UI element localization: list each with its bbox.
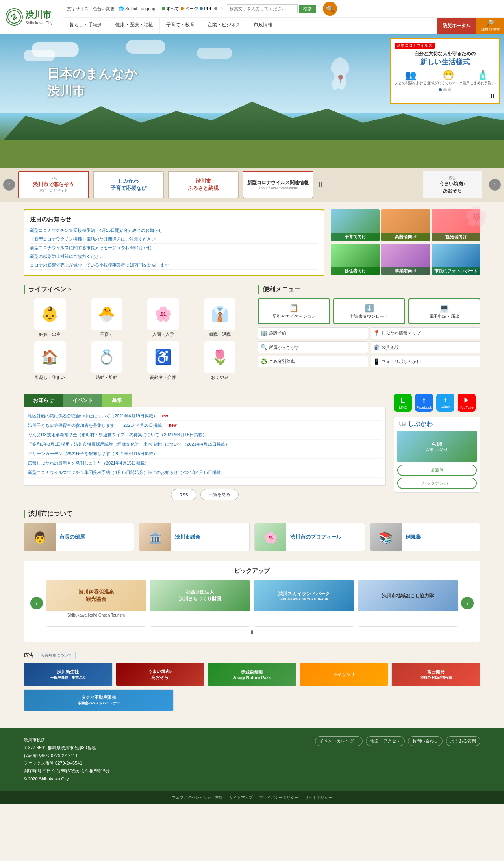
rss-button[interactable]: RSS	[171, 489, 196, 500]
tab-oshirase[interactable]: お知らせ	[24, 394, 63, 407]
carousel-item-3[interactable]: 渋川市ふるさと納税	[168, 171, 239, 198]
footer-sitemap[interactable]: サイトマップ	[229, 795, 253, 800]
footer-link-events[interactable]: イベントカレンダー	[315, 736, 363, 746]
about-council[interactable]: 🏛️ 渋川市議会	[139, 523, 250, 551]
event-childcare[interactable]: 🐣 子育て	[80, 298, 133, 337]
ad-item-3[interactable]: 赤城自然園Akagi Nature Park	[208, 663, 296, 686]
benri-info-map[interactable]: 📍 しぶかわ情報マップ	[371, 327, 481, 339]
news-link-3[interactable]: ぐんまDX技術革新補助金（市町村・県連携タイプ）の募集について（2021年4月1…	[28, 432, 207, 437]
nav-item-life[interactable]: 暮らし・手続き	[63, 18, 109, 34]
search-input[interactable]	[227, 4, 298, 13]
tab-event[interactable]: イベント	[63, 394, 102, 407]
text-size-label[interactable]: 文字サイズ・色合い変更	[67, 6, 115, 12]
category-mayor-photo[interactable]: 市長のフォトレポート	[432, 244, 480, 275]
benri-photo-report[interactable]: 📱 フォトリポしぶかわ	[371, 356, 481, 367]
footer-link-contact[interactable]: お問い合わせ	[408, 736, 443, 746]
benri-search-dept[interactable]: 🔍 所属からさがす	[258, 341, 368, 353]
pickup-right-arrow[interactable]: ›	[461, 597, 474, 609]
category-kanko[interactable]: 観光者向け	[432, 209, 480, 241]
nav-item-health[interactable]: 健康・医療・福祉	[109, 18, 160, 34]
ad-item-5[interactable]: 富士開発渋川の不動産情報館	[391, 663, 480, 686]
ad-item-6[interactable]: タクマ不動産販売不動産のベストパートナー	[24, 689, 174, 711]
page-tab[interactable]: ページ	[181, 6, 198, 12]
tab-boshu[interactable]: 募集	[102, 394, 132, 407]
benri-electronic-btn[interactable]: 💻 電子申請・届出	[408, 298, 480, 324]
pickup-item-3[interactable]: 渋川スカイランドパーク SHIBUKAWA SKYLANDPARK	[254, 580, 354, 627]
benri-garbage[interactable]: ♻️ ごみ分別辞典	[258, 356, 368, 367]
about-reiki[interactable]: 📚 例規集	[370, 523, 480, 551]
carousel-left-arrow[interactable]: ‹	[3, 179, 15, 191]
pickup-item-1[interactable]: 渋川伊香保温泉観光協会 Shibukawa Ikaho Onsen Touris…	[46, 580, 146, 627]
carousel-right-arrow[interactable]: ›	[489, 179, 501, 191]
footer-privacy[interactable]: プライバシーポリシー	[259, 795, 298, 800]
dot-1[interactable]	[439, 88, 442, 91]
news-link-7[interactable]: 新型コロナウイルスワクチン集団接種予約（4月15日開始分）終了のお知らせ（202…	[28, 470, 225, 475]
pickup-item-4[interactable]: 渋川市地域おこし協力隊	[358, 580, 458, 627]
oshirase-link-5[interactable]: コロナの影響で売上が減少している小規模事業者に10万円を助成します	[30, 263, 169, 267]
footer-accessibility[interactable]: ウェブアクセシビリティ方針	[172, 795, 223, 800]
pickup-item-2[interactable]: 公益財団法人渋川まちづくり財団	[150, 580, 250, 627]
footer-link-faq[interactable]: よくある質問	[446, 736, 480, 746]
benri-navi-btn[interactable]: 📋 早引きナビゲーション	[258, 298, 330, 324]
pickup-left-arrow[interactable]: ‹	[30, 597, 43, 609]
event-pregnancy[interactable]: 👶 妊娠・出産	[24, 298, 76, 337]
category-jigyo[interactable]: 事業者向け	[381, 244, 430, 275]
news-link-5[interactable]: グリーンカーデン完成の様子を配布します（2021年4月15日掲載）	[28, 451, 158, 456]
search-button[interactable]: 検索	[299, 5, 316, 13]
carousel-item-1[interactable]: うち 渋川市で暮らそう 移住・定住サイト	[18, 171, 89, 198]
pdf-tab[interactable]: PDF	[200, 6, 213, 11]
news-link-6[interactable]: 広報しぶかわの最新号を発刊しました（2021年4月15日掲載）	[28, 461, 149, 465]
news-link-2[interactable]: 渋川子ども政策保育室の参加者を募集します！（2021年4月16日掲載）	[28, 423, 166, 428]
carousel-item-4[interactable]: 新型コロナウイルス関連情報 About Novel Coronavirus	[243, 171, 313, 198]
ad-item-1[interactable]: 渋川衛生社一般廃棄物・事業ごみ	[24, 663, 113, 686]
cloud-2	[24, 50, 55, 61]
footer-site-policy[interactable]: サイトポリシー	[305, 795, 332, 800]
event-moving[interactable]: 🏠 引越し・住まい	[24, 341, 76, 380]
list-button[interactable]: 一覧を見る	[200, 489, 239, 500]
news-link-1[interactable]: 地区計画の策に係る公聴会の中止について（2021年4月19日掲載）	[28, 413, 158, 418]
oshirase-link-2[interactable]: 【新型コロナワクチン接種】電話のかけ間違えにご注意ください	[30, 237, 156, 241]
carousel-item-2[interactable]: しぶかわ子育て応援なび	[93, 171, 164, 198]
category-kosodate[interactable]: 子育て向け	[331, 209, 380, 241]
news-link-4[interactable]: 「令和3年8月1日採用」渋川市職員採用試験（埋蔵文化財・土木技術）について（20…	[28, 442, 230, 446]
nav-item-city[interactable]: 市政情報	[247, 18, 279, 34]
koho-latest-btn[interactable]: 最新号	[397, 465, 477, 476]
ad-item-4[interactable]: ホイサンサ	[300, 663, 389, 686]
social-line[interactable]: L LINE	[394, 394, 412, 412]
oshirase-link-3[interactable]: 新型コロナウイルスに関する市長メッセージ（令和3年4月7日）	[30, 245, 154, 250]
nav-item-business[interactable]: 産業・ビジネス	[201, 18, 247, 34]
event-elderly[interactable]: ♿ 高齢者・介護	[137, 341, 190, 380]
about-mayor[interactable]: 👨 市長の部屋	[24, 523, 134, 551]
mobile-search-button[interactable]: 🔍	[323, 2, 337, 16]
dot-3[interactable]	[448, 88, 451, 91]
ad-item-2[interactable]: うまい焼肉♪あおぞら	[116, 663, 205, 686]
pickup-pause-icon[interactable]: ⏸	[249, 629, 255, 635]
pause-icon[interactable]: ⏸	[490, 93, 495, 99]
oshirase-link-4[interactable]: 新型の感染防止対策にご協力ください	[30, 254, 104, 259]
about-profile[interactable]: 🌸 渋川市のプロフィール	[254, 523, 365, 551]
social-youtube[interactable]: ▶ YouTube	[458, 394, 476, 412]
carousel-pause-btn[interactable]: ⏸	[317, 181, 324, 188]
category-koreisha[interactable]: 高齢者向け	[381, 209, 430, 241]
benri-facility-reservation[interactable]: 🏢 施設予約	[258, 327, 368, 339]
ads-recruit-button[interactable]: 広告募集について	[37, 652, 76, 659]
all-tab[interactable]: すべて	[162, 6, 179, 12]
id-tab[interactable]: ID	[214, 6, 223, 11]
footer-link-access[interactable]: 地図・アクセス	[366, 736, 405, 746]
koho-back-btn[interactable]: バックナンバー	[397, 478, 477, 489]
social-twitter[interactable]: t twitter	[436, 394, 454, 412]
nav-purpose-button[interactable]: 🔎 目的別検索	[476, 18, 504, 34]
social-facebook[interactable]: f Facebook	[415, 394, 433, 412]
dot-2[interactable]	[443, 88, 447, 91]
carousel-ad[interactable]: 広告 うまい焼肉♪あおぞら	[423, 171, 482, 198]
oshirase-link-1[interactable]: 新型コロナワクチン集団接種予約（4月15日開始分）終了のお知らせ	[30, 228, 163, 233]
event-memorial[interactable]: 🌷 おくやみ	[193, 341, 246, 380]
benri-public-facility[interactable]: 🏛️ 公共施設	[371, 341, 481, 353]
category-ijusha[interactable]: 移住者向け	[331, 244, 380, 275]
nav-item-child[interactable]: 子育て・教育	[160, 18, 201, 34]
nav-bousai-button[interactable]: 防災ポータル	[437, 18, 476, 34]
benri-download-btn[interactable]: ⬇️ 申請書ダウンロード	[333, 298, 405, 324]
event-job[interactable]: 👔 就職・退職	[193, 298, 246, 337]
event-marriage[interactable]: 💍 結婚・離婚	[80, 341, 133, 380]
event-school[interactable]: 🌸 入園・入学	[137, 298, 190, 337]
